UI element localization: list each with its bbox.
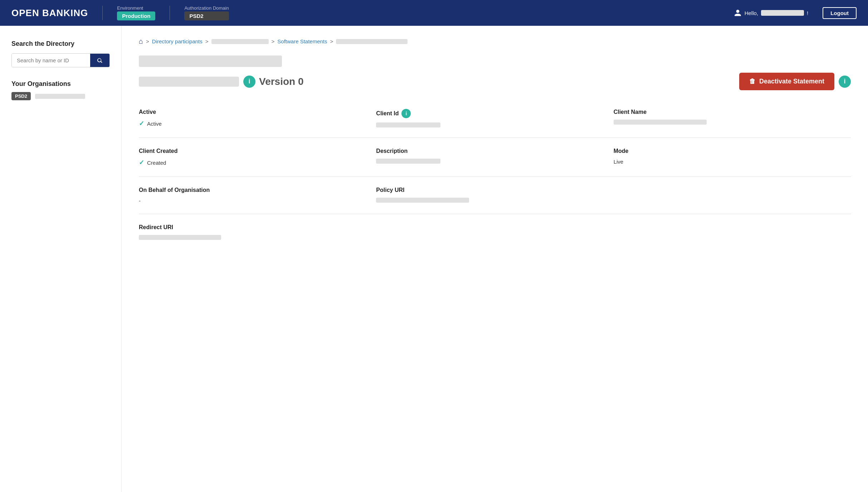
user-name-placeholder <box>761 10 804 16</box>
field-value-policy-uri <box>376 198 605 203</box>
org-section-title: Your Organisations <box>11 80 110 88</box>
search-box <box>11 53 110 67</box>
auth-domain-label: Authorization Domain <box>184 5 229 11</box>
home-icon[interactable]: ⌂ <box>139 37 143 45</box>
exclamation: ! <box>807 10 808 16</box>
org-entry: PSD2 <box>11 92 110 100</box>
statement-subheader: i Version 0 🗑 Deactivate Statement i <box>139 73 851 90</box>
version-info-icon[interactable]: i <box>243 76 255 88</box>
environment-section: Environment Production <box>117 5 155 20</box>
org-badge: PSD2 <box>11 92 31 100</box>
header-divider-2 <box>170 6 170 20</box>
deactivate-label: Deactivate Statement <box>759 78 824 85</box>
field-client-created: Client Created ✓ Created <box>139 148 376 167</box>
field-active: Active ✓ Active <box>139 109 376 127</box>
breadcrumb-directory-participants[interactable]: Directory participants <box>152 38 203 44</box>
field-label-mode: Mode <box>614 148 842 154</box>
policy-uri-placeholder <box>376 198 469 203</box>
field-label-active: Active <box>139 109 367 115</box>
field-description: Description <box>376 148 613 167</box>
field-policy-uri: Policy URI <box>376 187 613 204</box>
field-label-client-created: Client Created <box>139 148 367 154</box>
field-redirect-uri: Redirect URI <box>139 224 376 240</box>
logout-button[interactable]: Logout <box>823 7 857 19</box>
header-divider <box>102 6 103 20</box>
fields-section: Active ✓ Active Client Id i <box>139 99 851 250</box>
active-value: Active <box>147 121 162 127</box>
field-label-client-name: Client Name <box>614 109 842 115</box>
statement-info-button[interactable]: i <box>839 76 851 88</box>
breadcrumb-software-statements[interactable]: Software Statements <box>277 38 327 44</box>
statement-id-placeholder <box>139 77 239 87</box>
auth-domain-section: Authorization Domain PSD2 <box>184 5 229 20</box>
field-value-client-name <box>614 120 842 125</box>
main-content: ⌂ > Directory participants > > Software … <box>122 26 868 492</box>
hello-text: Hello, <box>745 10 758 16</box>
field-value-description <box>376 159 605 164</box>
deactivate-statement-button[interactable]: 🗑 Deactivate Statement <box>739 73 834 90</box>
header: OPEN BANKING Environment Production Auth… <box>0 0 868 26</box>
field-mode: Mode Live <box>614 148 851 167</box>
breadcrumb: ⌂ > Directory participants > > Software … <box>139 37 851 45</box>
fields-row-2: Client Created ✓ Created Description Mod… <box>139 138 851 177</box>
field-client-name: Client Name <box>614 109 851 127</box>
client-id-info-icon[interactable]: i <box>401 109 411 118</box>
deactivate-actions: 🗑 Deactivate Statement i <box>739 73 851 90</box>
breadcrumb-sep-4: > <box>330 38 333 44</box>
field-value-redirect-uri <box>139 235 367 240</box>
statement-meta: i Version 0 <box>139 76 304 88</box>
field-label-redirect-uri: Redirect URI <box>139 224 367 231</box>
field-on-behalf: On Behalf of Organisation - <box>139 187 376 204</box>
fields-row-1: Active ✓ Active Client Id i <box>139 99 851 138</box>
user-greeting: Hello, ! <box>734 9 809 17</box>
field-label-on-behalf: On Behalf of Organisation <box>139 187 367 193</box>
redirect-uri-placeholder <box>139 235 221 240</box>
client-id-placeholder <box>376 122 440 127</box>
breadcrumb-sep-1: > <box>146 38 149 44</box>
field-label-description: Description <box>376 148 605 154</box>
field-value-client-id <box>376 122 605 127</box>
client-name-placeholder <box>614 120 707 125</box>
breadcrumb-sep-2: > <box>205 38 209 44</box>
created-value: Created <box>147 160 166 166</box>
user-icon <box>734 9 742 17</box>
main-layout: Search the Directory Your Organisations … <box>0 26 868 492</box>
logo: OPEN BANKING <box>11 8 88 19</box>
search-section-title: Search the Directory <box>11 40 110 48</box>
search-icon <box>97 57 103 64</box>
info-icon-label-2: i <box>844 78 845 85</box>
field-label-policy-uri: Policy URI <box>376 187 605 193</box>
statement-header: i Version 0 🗑 Deactivate Statement i <box>139 56 851 90</box>
version-label: Version 0 <box>259 76 304 87</box>
org-name-placeholder <box>35 94 85 99</box>
fields-row-3: On Behalf of Organisation - Policy URI <box>139 177 851 214</box>
breadcrumb-participant-placeholder <box>211 39 269 44</box>
field-label-client-id: Client Id i <box>376 109 605 118</box>
field-value-client-created: ✓ Created <box>139 159 367 167</box>
environment-badge: Production <box>117 11 155 20</box>
field-empty-3 <box>614 187 851 204</box>
statement-title-placeholder <box>139 56 282 67</box>
auth-domain-badge: PSD2 <box>184 11 229 20</box>
info-icon-label: i <box>248 78 250 85</box>
environment-label: Environment <box>117 5 155 11</box>
sidebar: Search the Directory Your Organisations … <box>0 26 122 492</box>
check-icon-created: ✓ <box>139 159 144 167</box>
check-icon-active: ✓ <box>139 120 144 127</box>
version-info: i Version 0 <box>243 76 304 88</box>
field-value-mode: Live <box>614 159 842 165</box>
description-placeholder <box>376 159 440 164</box>
field-client-id: Client Id i <box>376 109 613 127</box>
search-input[interactable] <box>12 54 90 67</box>
fields-row-4: Redirect URI <box>139 214 851 250</box>
field-value-on-behalf: - <box>139 198 367 204</box>
field-value-active: ✓ Active <box>139 120 367 127</box>
trash-icon: 🗑 <box>749 78 756 85</box>
breadcrumb-statement-placeholder <box>336 39 408 44</box>
breadcrumb-sep-3: > <box>272 38 275 44</box>
search-button[interactable] <box>90 54 109 67</box>
